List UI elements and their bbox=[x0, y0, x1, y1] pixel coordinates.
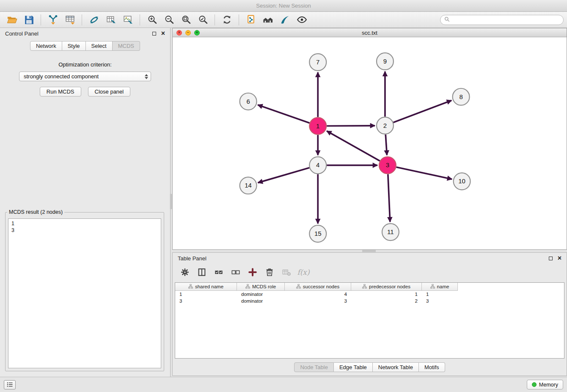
settings-gear-icon[interactable] bbox=[179, 267, 190, 278]
tab-node-table[interactable]: Node Table bbox=[294, 362, 334, 372]
column-header-shared-name[interactable]: shared name bbox=[175, 283, 237, 291]
column-header-name[interactable]: name bbox=[422, 283, 458, 291]
cell-predecessor-nodes[interactable]: 2 bbox=[351, 298, 422, 304]
search-input[interactable] bbox=[452, 17, 559, 23]
cell-name[interactable]: 3 bbox=[422, 298, 458, 304]
svg-text:1: 1 bbox=[316, 122, 319, 130]
graph-edge-1-2[interactable] bbox=[327, 126, 375, 126]
minimize-window-button[interactable] bbox=[185, 30, 191, 36]
cell-MCDS-role[interactable]: dominator bbox=[237, 298, 285, 304]
home-pair-icon[interactable] bbox=[261, 14, 275, 26]
column-header-successor-nodes[interactable]: successor nodes bbox=[285, 283, 351, 291]
dropdown-stepper-icon bbox=[145, 74, 148, 79]
style-paint-icon[interactable] bbox=[278, 14, 292, 26]
sort-tree-icon bbox=[362, 284, 367, 290]
graph-node-7[interactable]: 7 bbox=[309, 54, 326, 71]
zoom-selected-icon[interactable] bbox=[195, 14, 210, 26]
graph-edge-2-8[interactable] bbox=[393, 100, 451, 122]
export-image-icon[interactable] bbox=[121, 14, 135, 26]
import-network-icon[interactable] bbox=[46, 14, 60, 26]
cell-MCDS-role[interactable]: dominator bbox=[237, 292, 285, 297]
close-control-panel-icon[interactable]: × bbox=[161, 30, 165, 37]
zoom-in-icon[interactable] bbox=[145, 14, 159, 26]
tab-network-table[interactable]: Network Table bbox=[373, 362, 419, 372]
add-row-icon[interactable] bbox=[247, 267, 258, 278]
cell-successor-nodes[interactable]: 4 bbox=[285, 292, 351, 297]
search-box[interactable] bbox=[440, 15, 564, 25]
zoom-out-icon[interactable] bbox=[162, 14, 176, 26]
graph-edge-3-1[interactable] bbox=[327, 131, 380, 161]
deselect-all-icon[interactable] bbox=[230, 267, 241, 278]
tab-select[interactable]: Select bbox=[86, 41, 113, 51]
tab-network[interactable]: Network bbox=[30, 41, 62, 51]
show-columns-icon[interactable] bbox=[196, 267, 207, 278]
cell-successor-nodes[interactable]: 3 bbox=[285, 298, 351, 304]
mcds-panel: Optimization criterion: strongly connect… bbox=[0, 61, 170, 97]
vertical-splitter-handle[interactable] bbox=[169, 194, 172, 209]
cell-shared-name[interactable]: 1 bbox=[175, 292, 237, 297]
eye-icon[interactable] bbox=[295, 14, 309, 26]
graph-node-8[interactable]: 8 bbox=[453, 88, 470, 105]
column-header-label: shared name bbox=[195, 284, 223, 289]
column-header-predecessor-nodes[interactable]: predecessor nodes bbox=[351, 283, 422, 291]
graph-node-4[interactable]: 4 bbox=[309, 157, 326, 174]
graph-node-1[interactable]: 1 bbox=[309, 118, 326, 135]
window-title: Session: New Session bbox=[256, 3, 311, 9]
open-file-icon[interactable] bbox=[5, 14, 19, 26]
graph-node-11[interactable]: 11 bbox=[382, 224, 399, 240]
tab-mcds[interactable]: MCDS bbox=[113, 41, 140, 51]
column-header-label: predecessor nodes bbox=[369, 284, 410, 289]
export-table-icon[interactable] bbox=[104, 14, 118, 26]
maximize-window-button[interactable] bbox=[194, 30, 200, 36]
import-table-icon[interactable] bbox=[63, 14, 77, 26]
tab-motifs[interactable]: Motifs bbox=[419, 362, 445, 372]
graph-node-9[interactable]: 9 bbox=[377, 53, 394, 70]
mcds-result-list[interactable]: 13 bbox=[8, 218, 161, 368]
network-canvas[interactable]: 7968124314101511 bbox=[173, 37, 567, 249]
float-table-panel-icon[interactable] bbox=[549, 257, 553, 260]
cell-predecessor-nodes[interactable]: 1 bbox=[351, 292, 422, 297]
graph-edge-4-14[interactable] bbox=[258, 168, 310, 182]
zoom-fit-icon[interactable] bbox=[179, 14, 193, 26]
network-share-icon[interactable] bbox=[87, 14, 101, 26]
save-session-icon[interactable] bbox=[22, 14, 36, 26]
close-window-button[interactable] bbox=[176, 30, 182, 36]
column-header-MCDS-role[interactable]: MCDS role bbox=[237, 283, 285, 291]
sort-tree-icon bbox=[188, 284, 193, 290]
graph-node-14[interactable]: 14 bbox=[240, 177, 257, 194]
table-row[interactable]: 3dominator323 bbox=[175, 298, 564, 304]
tab-style[interactable]: Style bbox=[62, 41, 86, 51]
graph-node-3[interactable]: 3 bbox=[379, 157, 396, 174]
refresh-icon[interactable] bbox=[220, 14, 234, 26]
close-table-panel-icon[interactable]: × bbox=[558, 255, 561, 262]
task-list-icon bbox=[6, 382, 14, 387]
optimization-criterion-label: Optimization criterion: bbox=[0, 61, 170, 68]
select-all-icon[interactable] bbox=[213, 267, 224, 278]
float-control-panel-icon[interactable] bbox=[152, 32, 156, 36]
network-window-titlebar[interactable]: scc.txt bbox=[173, 28, 567, 37]
svg-text:2: 2 bbox=[383, 122, 387, 129]
task-history-button[interactable] bbox=[4, 380, 16, 389]
cell-shared-name[interactable]: 3 bbox=[175, 298, 237, 304]
close-panel-button[interactable]: Close panel bbox=[88, 87, 131, 97]
graph-edge-2-3[interactable] bbox=[385, 135, 387, 155]
graph-node-2[interactable]: 2 bbox=[377, 117, 394, 134]
graph-edge-3-10[interactable] bbox=[396, 167, 452, 179]
delete-row-icon[interactable] bbox=[264, 267, 275, 278]
run-mcds-button[interactable]: Run MCDS bbox=[40, 87, 81, 97]
graph-node-15[interactable]: 15 bbox=[309, 225, 326, 242]
horizontal-splitter-handle[interactable] bbox=[362, 249, 376, 252]
graph-edge-3-11[interactable] bbox=[388, 174, 390, 222]
cell-name[interactable]: 1 bbox=[422, 292, 458, 297]
tab-edge-table[interactable]: Edge Table bbox=[334, 362, 373, 372]
table-row[interactable]: 1dominator411 bbox=[175, 291, 564, 298]
svg-text:15: 15 bbox=[314, 230, 322, 237]
clone-network-icon[interactable] bbox=[244, 14, 258, 26]
graph-edge-1-6[interactable] bbox=[258, 105, 309, 123]
table-panel: Table Panel × f(x) shared nameMCDS roles… bbox=[172, 252, 567, 376]
criterion-dropdown[interactable]: strongly connected component bbox=[19, 72, 151, 81]
graph-node-6[interactable]: 6 bbox=[240, 93, 257, 110]
memory-button[interactable]: Memory bbox=[527, 380, 563, 389]
status-bar: Memory bbox=[0, 377, 567, 392]
graph-node-10[interactable]: 10 bbox=[454, 173, 471, 190]
